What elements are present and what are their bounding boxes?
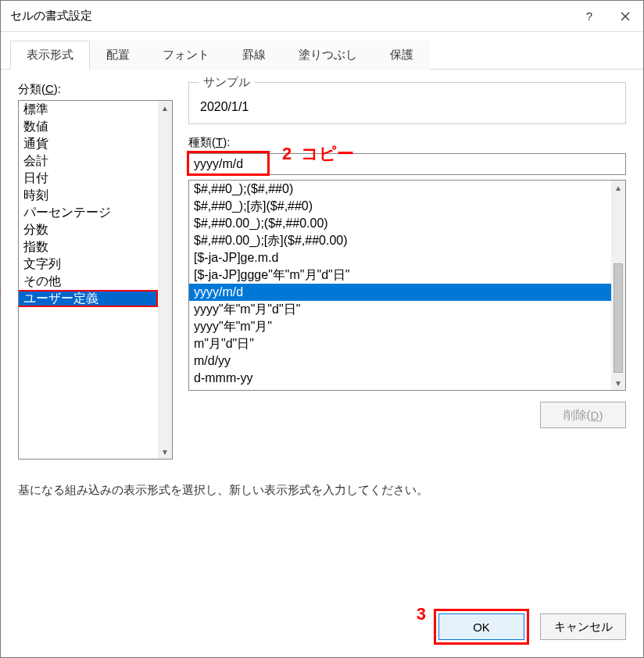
category-item[interactable]: 指数 <box>19 238 172 256</box>
sample-group: サンプル 2020/1/1 <box>188 82 626 124</box>
type-label: 種類(T): <box>188 135 626 150</box>
detail-column: サンプル 2020/1/1 種類(T): 2 コピー $#,##0_);($#,… <box>188 82 626 460</box>
sample-legend: サンプル <box>199 75 255 90</box>
close-icon <box>621 12 630 21</box>
format-item[interactable]: $#,##0_);($#,##0) <box>189 181 625 198</box>
scroll-down-icon[interactable]: ▼ <box>158 445 172 459</box>
category-item[interactable]: パーセンテージ <box>19 204 172 221</box>
tab-font[interactable]: フォント <box>146 41 226 70</box>
hint-text: 基になる組み込みの表示形式を選択し、新しい表示形式を入力してください。 <box>18 483 626 498</box>
category-item[interactable]: 時刻 <box>19 187 172 204</box>
category-item[interactable]: 数値 <box>19 118 172 135</box>
category-label: 分類(C): <box>18 82 173 97</box>
dialog-title: セルの書式設定 <box>10 9 571 23</box>
category-item[interactable]: 通貨 <box>19 135 172 152</box>
format-item[interactable]: m"月"d"日" <box>189 335 625 352</box>
title-bar: セルの書式設定 ? <box>1 1 643 32</box>
cancel-button[interactable]: キャンセル <box>540 613 626 640</box>
category-item[interactable]: 分数 <box>19 221 172 238</box>
format-item[interactable]: d-mmm-yy <box>189 370 625 387</box>
format-item[interactable]: yyyy"年"m"月" <box>189 318 625 335</box>
category-scrollbar[interactable]: ▲ ▼ <box>158 101 172 459</box>
tab-strip: 表示形式 配置 フォント 罫線 塗りつぶし 保護 <box>1 40 643 70</box>
tab-fill[interactable]: 塗りつぶし <box>282 41 374 70</box>
format-item[interactable]: yyyy"年"m"月"d"日" <box>189 301 625 318</box>
dialog-body: 分類(C): 標準 数値 通貨 会計 日付 時刻 パーセンテージ 分数 指数 文… <box>1 70 643 613</box>
annotation-2: 2 コピー <box>282 142 354 166</box>
annotation-3: 3 <box>417 604 426 624</box>
format-code-input[interactable] <box>188 153 626 175</box>
format-item[interactable]: $#,##0_);[赤]($#,##0) <box>189 198 625 215</box>
ok-button[interactable]: OK <box>438 613 524 640</box>
format-item[interactable]: [$-ja-JP]ge.m.d <box>189 249 625 266</box>
format-item-selected[interactable]: yyyy/m/d <box>189 284 625 301</box>
tab-number-format[interactable]: 表示形式 <box>10 41 90 70</box>
category-item-selected[interactable]: ユーザー定義 <box>19 290 172 307</box>
annotation-1: 1 <box>0 279 1 299</box>
category-listbox[interactable]: 標準 数値 通貨 会計 日付 時刻 パーセンテージ 分数 指数 文字列 その他 … <box>18 100 173 460</box>
scrollbar-thumb[interactable] <box>614 263 623 373</box>
dialog-footer: 3 OK キャンセル <box>1 613 643 657</box>
format-item[interactable]: $#,##0.00_);($#,##0.00) <box>189 215 625 232</box>
delete-button[interactable]: 削除(D) <box>540 402 626 428</box>
category-item[interactable]: 文字列 <box>19 256 172 273</box>
category-item[interactable]: その他 <box>19 273 172 290</box>
category-column: 分類(C): 標準 数値 通貨 会計 日付 時刻 パーセンテージ 分数 指数 文… <box>18 82 173 460</box>
format-listbox[interactable]: $#,##0_);($#,##0) $#,##0_);[赤]($#,##0) $… <box>188 180 626 391</box>
format-cells-dialog: セルの書式設定 ? 表示形式 配置 フォント 罫線 塗りつぶし 保護 分類(C)… <box>0 0 644 658</box>
format-item[interactable]: $#,##0.00_);[赤]($#,##0.00) <box>189 232 625 249</box>
format-item[interactable]: m/d/yy <box>189 352 625 370</box>
tab-border[interactable]: 罫線 <box>226 41 282 70</box>
sample-value: 2020/1/1 <box>199 95 616 114</box>
tab-protection[interactable]: 保護 <box>374 41 430 70</box>
tab-alignment[interactable]: 配置 <box>90 41 146 70</box>
help-button[interactable]: ? <box>571 1 607 32</box>
category-item[interactable]: 日付 <box>19 170 172 187</box>
scroll-down-icon[interactable]: ▼ <box>611 376 625 390</box>
category-item[interactable]: 会計 <box>19 152 172 170</box>
close-button[interactable] <box>607 1 643 32</box>
category-item[interactable]: 標準 <box>19 101 172 118</box>
format-item[interactable]: [$-ja-JP]ggge"年"m"月"d"日" <box>189 266 625 284</box>
scroll-up-icon[interactable]: ▲ <box>611 181 625 195</box>
format-scrollbar[interactable]: ▲ ▼ <box>611 181 625 390</box>
scroll-up-icon[interactable]: ▲ <box>158 101 172 115</box>
